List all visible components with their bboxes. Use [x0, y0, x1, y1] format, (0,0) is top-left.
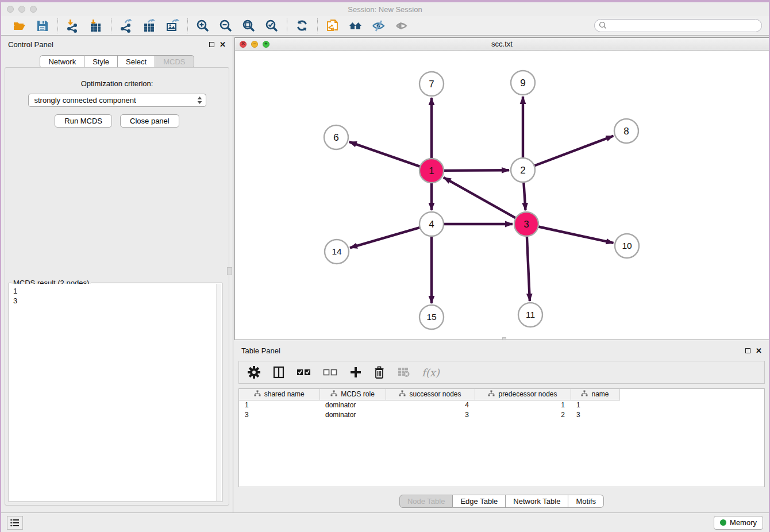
graph-node-10[interactable]: 10 — [615, 234, 639, 258]
graph-node-3[interactable]: 3 — [514, 212, 538, 236]
column-header-name[interactable]: name — [571, 389, 619, 400]
zoom-out-icon[interactable] — [218, 18, 233, 33]
zoom-selected-icon[interactable] — [264, 18, 279, 33]
cell[interactable]: 4 — [386, 400, 475, 410]
close-table-panel-icon[interactable]: ✕ — [756, 347, 762, 354]
graph-node-2[interactable]: 2 — [511, 158, 535, 182]
edge-3-11[interactable] — [527, 235, 530, 301]
graph-node-4[interactable]: 4 — [419, 212, 444, 236]
network-graph[interactable]: 7968124314101511 — [235, 51, 769, 340]
tree-icon — [399, 390, 406, 399]
column-header-successor-nodes[interactable]: successor nodes — [386, 389, 475, 400]
table-row[interactable]: 1dominator411 — [239, 400, 619, 410]
result-scrollbar[interactable] — [216, 284, 221, 501]
graph-node-6[interactable]: 6 — [324, 125, 348, 149]
cell[interactable]: dominator — [319, 410, 386, 419]
edge-4-14[interactable] — [350, 227, 421, 248]
optimization-criterion-select[interactable]: strongly connected component — [28, 94, 206, 107]
delete-table-icon[interactable] — [396, 367, 410, 377]
copy-network-icon[interactable] — [325, 18, 340, 33]
task-history-button[interactable] — [7, 516, 23, 530]
cell[interactable]: dominator — [319, 400, 386, 410]
home-icon[interactable] — [348, 18, 363, 33]
network-view-window: ✕ − + scc.txt 7968124314101511 — [234, 37, 769, 340]
svg-text:6: 6 — [333, 132, 338, 143]
trash-icon[interactable] — [374, 366, 385, 379]
mcds-result-list[interactable]: 1 3 — [10, 284, 216, 501]
tab-mcds[interactable]: MCDS — [155, 55, 194, 68]
network-window-titlebar[interactable]: ✕ − + scc.txt — [235, 38, 769, 51]
close-panel-button[interactable]: Close panel — [120, 114, 179, 128]
zoom-in-icon[interactable] — [195, 18, 210, 33]
control-panel: Control Panel ✕ NetworkStyleSelectMCDS O… — [1, 36, 233, 512]
export-network-icon[interactable] — [119, 18, 134, 33]
float-panel-icon[interactable] — [209, 42, 214, 47]
edge-2-3[interactable] — [523, 181, 525, 210]
select-none-icon[interactable] — [323, 367, 338, 377]
cell[interactable]: 2 — [475, 410, 571, 419]
cell[interactable]: 1 — [571, 400, 619, 410]
panel-splitter-handle[interactable] — [227, 267, 232, 275]
tab-select[interactable]: Select — [118, 55, 155, 68]
column-header-shared-name[interactable]: shared name — [239, 389, 319, 400]
graph-node-11[interactable]: 11 — [518, 303, 542, 327]
cell[interactable]: 3 — [386, 410, 475, 419]
graph-node-7[interactable]: 7 — [419, 72, 444, 96]
tab-node-table[interactable]: Node Table — [399, 495, 453, 508]
svg-text:3: 3 — [523, 219, 529, 230]
graph-node-14[interactable]: 14 — [325, 240, 349, 264]
graph-node-15[interactable]: 15 — [419, 305, 444, 329]
edge-2-8[interactable] — [533, 136, 614, 167]
cell[interactable]: 3 — [239, 410, 319, 419]
run-mcds-button[interactable]: Run MCDS — [55, 114, 112, 128]
column-header-MCDS-role[interactable]: MCDS role — [319, 389, 386, 400]
save-icon[interactable] — [35, 18, 50, 33]
window-resize-grip[interactable] — [502, 337, 506, 340]
tree-icon — [330, 390, 337, 399]
tab-edge-table[interactable]: Edge Table — [453, 495, 506, 508]
column-header-predecessor-nodes[interactable]: predecessor nodes — [475, 389, 571, 400]
graph-node-9[interactable]: 9 — [511, 71, 535, 95]
tab-style[interactable]: Style — [84, 55, 118, 68]
chevron-up-down-icon — [197, 97, 202, 104]
memory-button[interactable]: Memory — [714, 516, 763, 530]
tree-icon — [581, 390, 588, 399]
cell[interactable]: 1 — [475, 400, 571, 410]
network-canvas[interactable]: 7968124314101511 — [235, 51, 769, 340]
gear-icon[interactable] — [247, 365, 261, 379]
edge-3-1[interactable] — [444, 178, 517, 219]
edge-3-10[interactable] — [537, 226, 614, 243]
graph-node-8[interactable]: 8 — [614, 119, 638, 143]
eye-icon[interactable] — [394, 18, 409, 33]
refresh-icon[interactable] — [295, 18, 310, 33]
close-panel-icon[interactable]: ✕ — [220, 41, 226, 48]
search-input[interactable] — [594, 19, 762, 32]
svg-text:4: 4 — [429, 219, 434, 230]
graph-node-1[interactable]: 1 — [419, 159, 444, 183]
svg-text:7: 7 — [429, 79, 434, 90]
cell[interactable]: 3 — [571, 410, 619, 419]
app-title: Session: New Session — [0, 5, 770, 14]
export-table-icon[interactable] — [142, 18, 157, 33]
tab-motifs[interactable]: Motifs — [568, 495, 604, 508]
import-table-icon[interactable] — [88, 18, 103, 33]
add-icon[interactable] — [349, 366, 362, 379]
function-icon[interactable]: f(x) — [422, 367, 440, 379]
hide-panel-icon[interactable] — [371, 18, 386, 33]
control-panel-header: Control Panel ✕ — [1, 36, 233, 53]
tab-network[interactable]: Network — [40, 55, 84, 68]
table-row[interactable]: 3dominator323 — [239, 410, 619, 419]
columns-icon[interactable] — [272, 365, 285, 379]
open-folder-icon[interactable] — [12, 18, 27, 33]
select-all-icon[interactable] — [297, 367, 311, 377]
tab-network-table[interactable]: Network Table — [506, 495, 568, 508]
zoom-fit-icon[interactable] — [241, 18, 256, 33]
import-network-icon[interactable] — [66, 18, 80, 33]
window-accent-strip — [0, 0, 770, 2]
export-image-icon[interactable] — [165, 18, 180, 33]
cell[interactable]: 1 — [239, 400, 319, 410]
float-table-panel-icon[interactable] — [745, 348, 750, 353]
edge-1-2[interactable] — [442, 170, 509, 171]
node-table-grid[interactable]: shared nameMCDS rolesuccessor nodesprede… — [238, 388, 765, 487]
edge-1-6[interactable] — [349, 142, 421, 167]
